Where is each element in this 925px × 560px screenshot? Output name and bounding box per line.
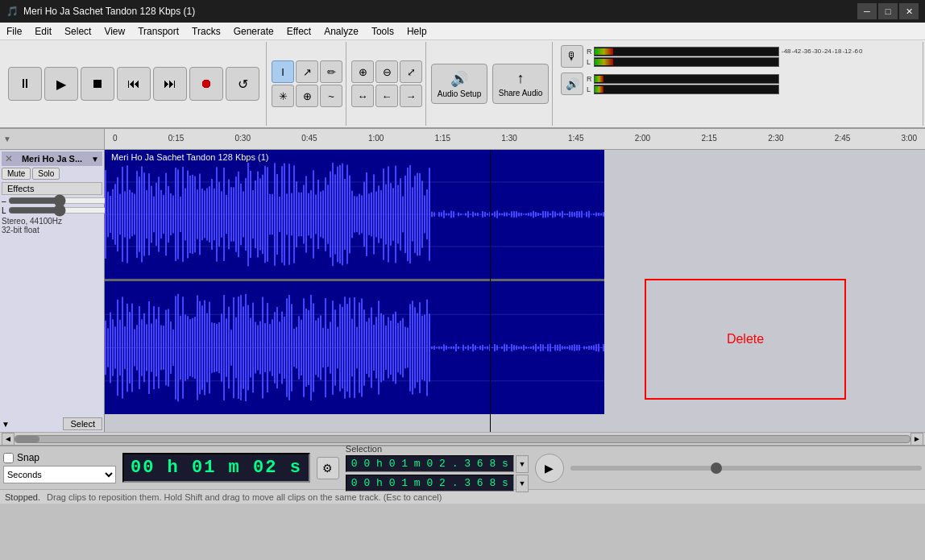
waveform-lower <box>105 281 604 414</box>
titlebar: 🎵 Meri Ho Ja Sachet Tandon 128 Kbps (1) … <box>0 0 925 23</box>
vu-pr-bar-bg <box>594 74 779 84</box>
menu-select[interactable]: Select <box>58 23 97 39</box>
minimize-button[interactable]: ─ <box>857 3 877 19</box>
select-button[interactable]: Select <box>63 417 102 430</box>
menu-generate[interactable]: Generate <box>227 23 280 39</box>
record-vu-meters: R -48-42-36-30-24-18-12-60 L <box>587 47 863 67</box>
select-tool-button[interactable]: I <box>272 60 294 83</box>
delete-box[interactable]: Delete <box>645 279 846 400</box>
zoom-out-button[interactable]: ⊖ <box>375 60 398 83</box>
next-button[interactable]: ⏭ <box>153 67 187 101</box>
pause-button[interactable]: ⏸ <box>8 67 42 101</box>
draw-tool-button[interactable]: ✏ <box>320 60 342 83</box>
position-slider-track[interactable] <box>570 466 922 471</box>
tools-grid: I ↗ ✏ ✳ ⊕ ~ <box>272 60 342 107</box>
scrollbar-track[interactable] <box>15 435 910 443</box>
vu-pr-channel: R <box>587 74 779 84</box>
settings-button[interactable]: ⚙ <box>317 457 339 479</box>
zoom-section: ⊕ ⊖ ⤢ ↔ ← → <box>348 42 426 126</box>
loop-button[interactable]: ↺ <box>226 67 259 101</box>
snap-checkbox[interactable] <box>3 453 14 463</box>
vu-r-bar <box>595 48 613 55</box>
zoom-scroll-right-button[interactable]: → <box>400 85 422 107</box>
menu-transport[interactable]: Transport <box>131 23 185 39</box>
mute-solo-row: Mute Solo <box>2 168 102 180</box>
app-icon: 🎵 <box>6 6 19 17</box>
zoom-fit-button[interactable]: ⤢ <box>400 60 422 83</box>
sel-end-dropdown[interactable]: ▼ <box>516 475 529 492</box>
multi-tool-button[interactable]: ✳ <box>272 85 294 107</box>
track-dropdown-icon[interactable]: ▼ <box>91 155 99 164</box>
vu-section: 🎙 R -48-42-36-30-24-18-12-60 L <box>554 42 923 126</box>
zoom-sel-button[interactable]: ↔ <box>351 85 374 107</box>
scroll-right-button[interactable]: ► <box>910 433 923 446</box>
effects-button[interactable]: Effects <box>2 182 102 195</box>
sel-start-display: 0 0 h 0 1 m 0 2 . 3 6 8 s <box>346 455 514 472</box>
menu-file[interactable]: File <box>0 23 28 39</box>
playback-start-button[interactable]: ▶ <box>535 454 564 483</box>
gain-minus-icon: – <box>2 197 6 205</box>
record-button[interactable]: ⏺ <box>189 67 223 101</box>
vu-l-label: L <box>587 58 593 66</box>
audio-setup-label: Audio Setup <box>438 89 482 98</box>
sel-start-dropdown[interactable]: ▼ <box>516 455 529 473</box>
envelope-tool-button[interactable]: ↗ <box>296 60 318 83</box>
stop-button[interactable]: ⏹ <box>81 67 114 101</box>
track-info: Stereo, 44100Hz 32-bit float <box>2 217 102 234</box>
sel-start-row: 0 0 h 0 1 m 0 2 . 3 6 8 s ▼ <box>346 455 529 473</box>
prev-button[interactable]: ⏮ <box>117 67 151 101</box>
vu-r-channel: R -48-42-36-30-24-18-12-60 <box>587 47 863 56</box>
play-button[interactable]: ▶ <box>44 67 78 101</box>
transport-section: ⏸ ▶ ⏹ ⏮ ⏭ ⏺ ↺ <box>2 42 267 126</box>
scrollbar-thumb[interactable] <box>15 436 39 442</box>
bottom-bar: Snap Seconds Minutes Beats 00 h 01 m 02 … <box>0 445 925 489</box>
zoom-in-button[interactable]: ⊕ <box>351 60 374 83</box>
vu-pr-label: R <box>587 75 593 83</box>
smooth-tool-button[interactable]: ~ <box>320 85 342 107</box>
mute-button[interactable]: Mute <box>2 168 31 180</box>
menu-view[interactable]: View <box>97 23 131 39</box>
solo-button[interactable]: Solo <box>32 168 60 180</box>
vu-pl-label: L <box>587 85 593 93</box>
waveform-label: Meri Ho Ja Sachet Tandon 128 Kbps (1) <box>108 151 272 163</box>
position-slider-thumb[interactable] <box>711 463 722 474</box>
play-vu-row: 🔊 R L <box>561 73 916 95</box>
toolbar: ⏸ ▶ ⏹ ⏮ ⏭ ⏺ ↺ I ↗ ✏ ✳ ⊕ ~ ⊕ ⊖ ⤢ ↔ ← → 🔊 <box>0 40 925 129</box>
play-meter-button[interactable]: 🔊 <box>561 73 583 95</box>
menu-effect[interactable]: Effect <box>280 23 317 39</box>
titlebar-controls[interactable]: ─ □ ✕ <box>857 3 919 19</box>
maximize-button[interactable]: □ <box>878 3 898 19</box>
zoom-scroll-left-button[interactable]: ← <box>375 85 398 107</box>
share-audio-button[interactable]: ↑ Share Audio <box>492 64 549 104</box>
track-collapse-icon[interactable]: ▼ <box>2 420 10 429</box>
playhead <box>490 150 491 432</box>
waveform-upper: Meri Ho Ja Sachet Tandon 128 Kbps (1) <box>105 150 604 279</box>
vu-r-label: R <box>587 48 593 56</box>
menu-edit[interactable]: Edit <box>28 23 58 39</box>
vu-pl-bar <box>595 86 604 93</box>
close-button[interactable]: ✕ <box>899 3 919 19</box>
ruler-drop-down: ▼ <box>3 135 11 143</box>
zoom-tool-button[interactable]: ⊕ <box>296 85 318 107</box>
record-meter-button[interactable]: 🎙 <box>561 45 583 68</box>
audio-setup-button[interactable]: 🔊 Audio Setup <box>431 64 487 104</box>
menu-analyze[interactable]: Analyze <box>317 23 365 39</box>
track-header: ✕ Meri Ho Ja S... ▼ Mute Solo Effects – … <box>0 150 105 432</box>
snap-label[interactable]: Snap <box>3 452 116 463</box>
snap-text: Snap <box>17 452 39 463</box>
sel-end-display: 0 0 h 0 1 m 0 2 . 3 6 8 s <box>346 475 514 492</box>
vu-pl-bar-bg <box>594 85 779 94</box>
track-divider <box>105 279 604 281</box>
menu-help[interactable]: Help <box>400 23 433 39</box>
menu-tracks[interactable]: Tracks <box>185 23 227 39</box>
scroll-left-button[interactable]: ◄ <box>2 433 15 446</box>
delete-label: Delete <box>727 332 764 346</box>
share-icon: ↑ <box>517 70 525 87</box>
audio-position-section <box>570 466 922 471</box>
seconds-select[interactable]: Seconds Minutes Beats <box>3 466 116 483</box>
play-vu-meters: R L <box>587 74 779 94</box>
pan-slider[interactable] <box>8 205 112 215</box>
track-close-button[interactable]: ✕ <box>5 153 13 164</box>
selection-section: Selection 0 0 h 0 1 m 0 2 . 3 6 8 s ▼ 0 … <box>346 444 529 492</box>
menu-tools[interactable]: Tools <box>365 23 400 39</box>
